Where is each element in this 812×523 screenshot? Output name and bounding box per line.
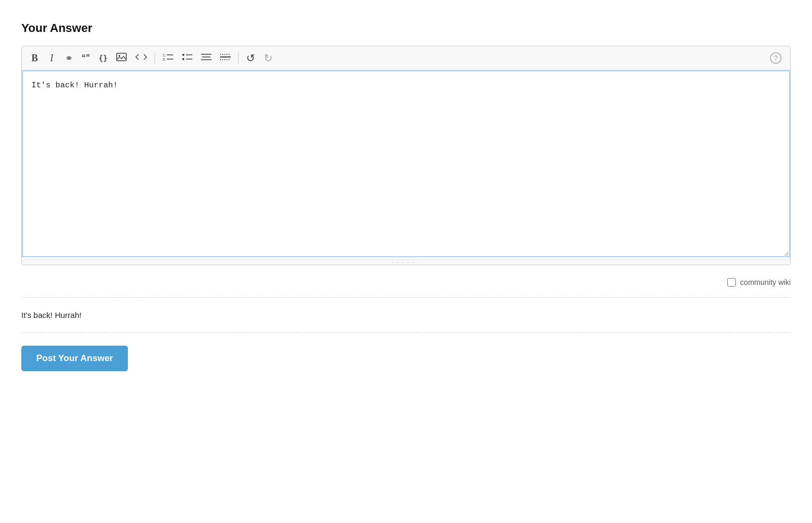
help-icon: ?: [770, 52, 782, 64]
community-wiki-checkbox[interactable]: [727, 278, 736, 287]
code-inline-icon: {}: [99, 54, 108, 62]
post-answer-button[interactable]: Post Your Answer: [21, 346, 128, 371]
svg-point-7: [182, 58, 184, 60]
unordered-list-button[interactable]: [178, 51, 196, 66]
toolbar-separator-1: [155, 53, 155, 63]
redo-button[interactable]: ↻: [261, 51, 276, 66]
link-button[interactable]: ⚭: [61, 51, 76, 66]
help-button[interactable]: ?: [767, 51, 785, 66]
code-block-icon: [135, 53, 147, 63]
quote-icon: “”: [82, 53, 90, 63]
svg-point-1: [118, 55, 120, 56]
horizontal-rule-button[interactable]: [217, 51, 234, 66]
community-wiki-row: community wiki: [21, 274, 791, 291]
editor-wrapper: B I ⚭ “” {}: [21, 46, 791, 265]
svg-text:2.: 2.: [163, 57, 166, 61]
answer-editor[interactable]: It's back! Hurrah!: [22, 70, 790, 257]
link-icon: ⚭: [65, 52, 73, 64]
page-title: Your Answer: [21, 21, 791, 35]
bold-icon: B: [31, 53, 38, 64]
undo-icon: ↺: [246, 52, 255, 64]
image-icon: [116, 53, 127, 63]
code-inline-button[interactable]: {}: [95, 51, 111, 66]
svg-point-6: [182, 54, 184, 56]
toolbar-separator-2: [238, 53, 239, 63]
undo-button[interactable]: ↺: [243, 51, 258, 66]
community-wiki-label[interactable]: community wiki: [740, 278, 791, 287]
answer-preview: It's back! Hurrah!: [21, 304, 791, 326]
redo-icon: ↻: [264, 52, 273, 64]
italic-icon: I: [50, 53, 53, 64]
unordered-list-icon: [182, 53, 192, 63]
editor-toolbar: B I ⚭ “” {}: [22, 46, 790, 70]
image-button[interactable]: [113, 51, 130, 66]
bold-button[interactable]: B: [27, 51, 42, 66]
code-block-button[interactable]: [132, 51, 150, 66]
resize-handle[interactable]: · · · · · ·: [22, 259, 790, 265]
svg-rect-0: [117, 53, 126, 61]
ordered-list-icon: 1. 2.: [163, 53, 173, 63]
divider-1: [21, 297, 791, 298]
resize-dots: · · · · · ·: [392, 259, 420, 265]
italic-button[interactable]: I: [44, 51, 59, 66]
align-button[interactable]: [198, 51, 215, 66]
quote-button[interactable]: “”: [78, 51, 93, 66]
horizontal-rule-icon: [220, 53, 231, 63]
ordered-list-button[interactable]: 1. 2.: [159, 51, 176, 66]
align-icon: [201, 53, 212, 63]
divider-2: [21, 332, 791, 333]
